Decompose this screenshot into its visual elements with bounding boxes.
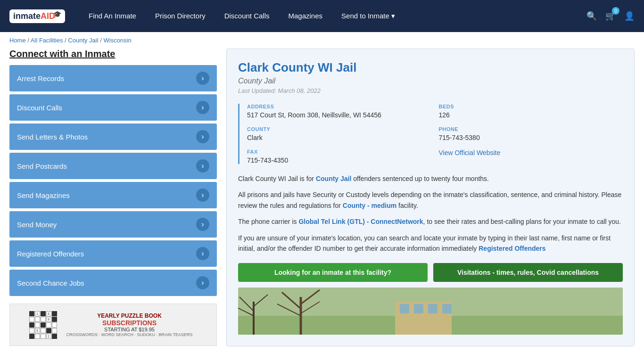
- desc-paragraph-1: Clark County WI Jail is for County Jail …: [238, 173, 623, 184]
- main-content: Connect with an Inmate Arrest Records › …: [0, 49, 644, 346]
- website-link[interactable]: View Official Website: [439, 149, 501, 156]
- desc-paragraph-3: The phone carrier is Global Tel Link (GT…: [238, 216, 623, 227]
- cart-badge: 0: [612, 7, 619, 15]
- phone-value: 715-743-5380: [439, 134, 623, 141]
- sidebar-btn-discount-calls[interactable]: Discount Calls ›: [9, 94, 217, 121]
- svg-rect-15: [442, 304, 452, 313]
- ad-title: YEARLY PUZZLE BOOK: [66, 313, 193, 319]
- ad-content: YEARLY PUZZLE BOOK SUBSCRIPTIONS STARTIN…: [62, 308, 198, 342]
- fax-block: FAX 715-743-4350: [247, 149, 431, 164]
- sidebar-btn-send-postcards[interactable]: Send Postcards ›: [9, 153, 217, 179]
- ad-footer: CROSSWORDS · WORD SEARCH · SUDOKU · BRAI…: [66, 332, 193, 337]
- sidebar-label-arrest-records: Arrest Records: [17, 74, 64, 82]
- nav-find-inmate[interactable]: Find An Inmate: [89, 12, 136, 20]
- user-icon[interactable]: 👤: [624, 11, 635, 21]
- breadcrumb: Home / All Facilities / County Jail / Wi…: [0, 32, 644, 49]
- action-buttons: Looking for an inmate at this facility? …: [238, 263, 623, 282]
- logo-text: inmate: [13, 11, 41, 21]
- county-label: COUNTY: [247, 126, 431, 132]
- sidebar-btn-registered-offenders[interactable]: Registered Offenders ›: [9, 240, 217, 267]
- sidebar-btn-send-money[interactable]: Send Money ›: [9, 211, 217, 238]
- sidebar: Connect with an Inmate Arrest Records › …: [9, 49, 217, 346]
- breadcrumb-state[interactable]: Wisconsin: [103, 37, 131, 44]
- arrow-icon: ›: [196, 101, 209, 114]
- ad-price: STARTING AT $19.95: [66, 327, 193, 332]
- beds-label: BEDS: [439, 104, 623, 109]
- gtl-link[interactable]: Global Tel Link (GTL) - ConnectNetwork: [298, 218, 423, 225]
- sidebar-label-send-letters: Send Letters & Photos: [17, 133, 88, 141]
- sidebar-btn-arrest-records[interactable]: Arrest Records ›: [9, 65, 217, 91]
- county-jail-link[interactable]: County Jail: [316, 175, 351, 182]
- sidebar-label-send-magazines: Send Magazines: [17, 191, 70, 199]
- looking-for-inmate-button[interactable]: Looking for an inmate at this facility?: [238, 263, 428, 282]
- svg-rect-13: [414, 304, 423, 313]
- header-icons: 🔍 🛒 0 👤: [586, 11, 635, 21]
- website-block: View Official Website: [439, 149, 623, 164]
- registered-offenders-link[interactable]: Registered Offenders: [479, 245, 545, 252]
- sidebar-title: Connect with an Inmate: [9, 49, 217, 59]
- main-nav: Find An Inmate Prison Directory Discount…: [89, 12, 572, 20]
- svg-rect-14: [428, 304, 438, 313]
- arrow-icon: ›: [196, 189, 209, 202]
- address-value: 517 Court St, Room 308, Neillsville, WI …: [247, 111, 431, 119]
- cart-icon[interactable]: 🛒 0: [605, 11, 616, 21]
- facility-type: County Jail: [238, 77, 623, 85]
- arrow-icon: ›: [196, 218, 209, 231]
- facility-info-grid: ADDRESS 517 Court St, Room 308, Neillsvi…: [238, 104, 623, 164]
- facility-title: Clark County WI Jail: [238, 60, 623, 75]
- sidebar-label-discount-calls: Discount Calls: [17, 104, 62, 112]
- facility-updated: Last Updated: March 08, 2022: [238, 87, 623, 94]
- sidebar-btn-send-letters[interactable]: Send Letters & Photos ›: [9, 123, 217, 150]
- beds-block: BEDS 126: [439, 104, 623, 119]
- logo-hat: 🎓: [53, 10, 61, 18]
- phone-block: PHONE 715-743-5380: [439, 126, 623, 141]
- site-header: inmateAID🎓 Find An Inmate Prison Directo…: [0, 0, 644, 32]
- arrow-icon: ›: [196, 72, 209, 85]
- arrow-icon: ›: [196, 276, 209, 289]
- visitations-button[interactable]: Visitations - times, rules, Covid cancel…: [433, 263, 623, 282]
- breadcrumb-home[interactable]: Home: [9, 37, 26, 44]
- county-medium-link[interactable]: County - medium: [343, 202, 396, 209]
- sidebar-btn-send-magazines[interactable]: Send Magazines ›: [9, 182, 217, 208]
- address-label: ADDRESS: [247, 104, 431, 109]
- county-block: COUNTY Clark: [247, 126, 431, 141]
- sidebar-label-registered-offenders: Registered Offenders: [17, 250, 84, 258]
- sidebar-btn-second-chance-jobs[interactable]: Second Chance Jobs ›: [9, 270, 217, 296]
- logo-area[interactable]: inmateAID🎓: [9, 9, 65, 23]
- sidebar-label-second-chance-jobs: Second Chance Jobs: [17, 279, 84, 287]
- desc-paragraph-4: If you are unsure of your inmate's locat…: [238, 233, 623, 254]
- phone-label: PHONE: [439, 126, 623, 132]
- ad-subtitle: SUBSCRIPTIONS: [66, 319, 193, 327]
- facility-detail: Clark County WI Jail County Jail Last Up…: [226, 49, 635, 346]
- breadcrumb-county-jail[interactable]: County Jail: [68, 37, 98, 44]
- arrow-icon: ›: [196, 130, 209, 143]
- sidebar-label-send-postcards: Send Postcards: [17, 162, 67, 170]
- nav-prison-directory[interactable]: Prison Directory: [155, 12, 206, 20]
- search-icon[interactable]: 🔍: [586, 11, 597, 21]
- nav-send-to-inmate[interactable]: Send to Inmate ▾: [341, 12, 395, 20]
- desc-paragraph-2: All prisons and jails have Security or C…: [238, 189, 623, 211]
- beds-value: 126: [439, 111, 623, 119]
- sidebar-label-send-money: Send Money: [17, 221, 57, 229]
- address-block: ADDRESS 517 Court St, Room 308, Neillsvi…: [247, 104, 431, 119]
- nav-magazines[interactable]: Magazines: [289, 12, 323, 20]
- county-value: Clark: [247, 134, 431, 141]
- logo-box: inmateAID🎓: [9, 9, 65, 23]
- fax-label: FAX: [247, 149, 431, 155]
- ad-banner[interactable]: 1 4 9 5: [9, 304, 217, 346]
- arrow-icon: ›: [196, 159, 209, 173]
- breadcrumb-all-facilities[interactable]: All Facilities: [31, 37, 63, 44]
- svg-rect-12: [400, 304, 409, 313]
- fax-value: 715-743-4350: [247, 156, 431, 164]
- arrow-icon: ›: [196, 247, 209, 260]
- facility-image: [238, 288, 623, 335]
- nav-discount-calls[interactable]: Discount Calls: [224, 12, 270, 20]
